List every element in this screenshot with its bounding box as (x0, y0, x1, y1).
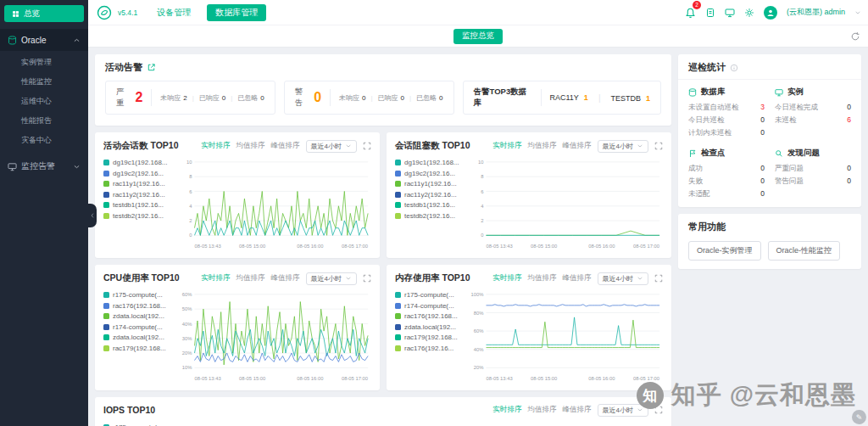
inspection-section-instance: 实例 今日巡检完成0未巡检6 (775, 87, 851, 139)
subbar: 监控总览 (88, 25, 868, 48)
refresh-icon[interactable] (850, 31, 860, 42)
notifications-button[interactable]: 2 (685, 5, 696, 20)
user-menu[interactable]: (云和恩墨) admin (787, 7, 845, 18)
sort-peak[interactable]: 峰值排序 (271, 273, 300, 283)
legend-item[interactable]: testdb2(192.16... (395, 212, 470, 220)
legend-item[interactable]: testdb2(192.16... (103, 212, 178, 220)
alert-substat: 已忽略0 (225, 93, 264, 103)
chart-title: 活动会话数 TOP10 (103, 140, 179, 152)
legend-item[interactable]: dg19c2(192.16... (103, 170, 178, 177)
sidebar-subitem[interactable]: 性能报告 (0, 111, 88, 131)
sidebar-item-overview[interactable]: 总览 (4, 5, 84, 22)
top3-database-item[interactable]: RAC11Y1 (550, 93, 588, 102)
legend-item[interactable]: dg19c1(192.168... (395, 159, 470, 166)
stat-row: 未适配0 (688, 188, 765, 200)
svg-text:2: 2 (481, 218, 483, 223)
svg-text:08-05 13:43: 08-05 13:43 (194, 376, 220, 381)
screen-icon[interactable] (725, 8, 735, 18)
legend-swatch (103, 303, 109, 309)
divider (541, 89, 542, 106)
sort-average[interactable]: 均值排序 (236, 141, 265, 151)
time-range-value: 最近4小时 (311, 142, 342, 151)
chevron-down-icon (345, 275, 352, 282)
sort-peak[interactable]: 峰值排序 (563, 405, 592, 415)
legend-item[interactable]: rac176(192.168... (395, 312, 470, 320)
quick-function-button[interactable]: Oracle-实例管理 (688, 241, 761, 261)
sidebar-subitem[interactable]: 实例管理 (0, 53, 88, 72)
sidebar-collapse-handle[interactable] (88, 204, 97, 227)
sort-average[interactable]: 均值排序 (528, 141, 557, 151)
legend-item[interactable]: r175-compute(... (103, 291, 178, 299)
chevron-down-icon[interactable] (854, 9, 861, 16)
sort-realtime[interactable]: 实时排序 (493, 405, 522, 415)
legend-item[interactable]: testdb1(192.16... (103, 201, 178, 209)
sidebar-subitem[interactable]: 性能监控 (0, 72, 88, 92)
legend-item[interactable]: dg19c1(192.168... (103, 159, 178, 166)
info-icon[interactable] (730, 64, 738, 72)
sidebar-subitem[interactable]: 灾备中心 (0, 131, 88, 150)
legend-item[interactable]: r175-compute(... (395, 291, 470, 299)
legend-label: dg19c2(192.16... (404, 170, 455, 177)
sidebar-subitem[interactable]: 运维中心 (0, 92, 88, 111)
sort-average[interactable]: 均值排序 (236, 273, 265, 283)
sort-realtime[interactable]: 实时排序 (493, 141, 522, 151)
legend-swatch (103, 324, 109, 330)
svg-text:30%: 30% (182, 336, 192, 341)
legend-item[interactable]: zdata.local(192... (103, 334, 178, 341)
grid-icon (12, 10, 19, 18)
external-link-icon[interactable] (147, 63, 156, 72)
expand-icon[interactable] (654, 274, 663, 283)
expand-icon[interactable] (654, 406, 663, 414)
quick-function-button[interactable]: Oracle-性能监控 (768, 241, 841, 261)
time-range-select[interactable]: 最近4小时 (598, 404, 648, 417)
legend-item[interactable]: rac11y1(192.16... (395, 180, 470, 188)
legend-item[interactable]: rac179(192.168... (103, 345, 178, 352)
time-range-select[interactable]: 最近4小时 (598, 140, 648, 153)
active-alerts-panel: 活动告警 严重 2 未响应2已响应0已忽略0 警告 0 (95, 54, 671, 126)
legend-item[interactable]: dg19c2(192.16... (395, 170, 470, 177)
legend-item[interactable]: rac11y1(192.16... (103, 180, 178, 188)
sort-realtime[interactable]: 实时排序 (202, 141, 231, 151)
tab-monitor-overview[interactable]: 监控总览 (453, 29, 503, 44)
feedback-button[interactable]: ✎ (852, 410, 866, 424)
top3-database-item[interactable]: TESTDB1 (588, 93, 650, 103)
svg-text:08-05 16:00: 08-05 16:00 (297, 376, 324, 381)
expand-icon[interactable] (363, 142, 371, 150)
sidebar-group-oracle[interactable]: Oracle (0, 29, 88, 51)
legend-item[interactable]: zdata.local(192... (103, 312, 178, 320)
nav-device-management[interactable]: 设备管理 (157, 7, 191, 19)
legend-item[interactable]: rac179(192.168... (395, 334, 470, 341)
time-range-select[interactable]: 最近4小时 (306, 272, 357, 285)
notification-badge: 2 (693, 1, 701, 9)
line-chart: 108642008-05 13:4308-05 15:0008-05 16:00… (178, 157, 371, 250)
svg-text:80%: 80% (474, 311, 484, 316)
nav-database-management[interactable]: 数据库管理 (207, 4, 266, 21)
svg-text:4: 4 (481, 204, 484, 209)
sort-average[interactable]: 均值排序 (528, 405, 557, 415)
legend-item[interactable]: r174-compute(... (395, 302, 470, 310)
legend-item[interactable]: rac11y2(192.16... (395, 191, 470, 199)
sort-peak[interactable]: 峰值排序 (563, 141, 592, 151)
avatar[interactable] (764, 6, 777, 20)
sort-average[interactable]: 均值排序 (528, 273, 557, 283)
time-range-value: 最近4小时 (603, 406, 633, 415)
sidebar-item-alerts[interactable]: 监控告警 (0, 155, 88, 177)
legend-item[interactable]: testdb1(192.16... (395, 201, 470, 209)
time-range-select[interactable]: 最近4小时 (598, 272, 648, 285)
legend-item[interactable]: zdata.local(192... (395, 323, 470, 331)
sort-realtime[interactable]: 实时排序 (493, 273, 522, 283)
legend-item[interactable]: rac11y2(192.16... (103, 191, 178, 199)
legend-swatch (103, 202, 109, 208)
expand-icon[interactable] (363, 274, 371, 283)
report-icon[interactable] (705, 8, 715, 18)
time-range-select[interactable]: 最近4小时 (306, 140, 357, 153)
sort-realtime[interactable]: 实时排序 (202, 273, 231, 283)
expand-icon[interactable] (654, 142, 663, 150)
sort-peak[interactable]: 峰值排序 (271, 141, 300, 151)
settings-gear-icon[interactable] (744, 8, 754, 18)
legend-item[interactable]: rac176(192.168... (103, 302, 178, 310)
legend-item[interactable]: rac176(192.16... (395, 345, 470, 352)
sort-peak[interactable]: 峰值排序 (563, 273, 592, 283)
user-icon (766, 8, 775, 17)
legend-item[interactable]: r174-compute(... (103, 323, 178, 331)
